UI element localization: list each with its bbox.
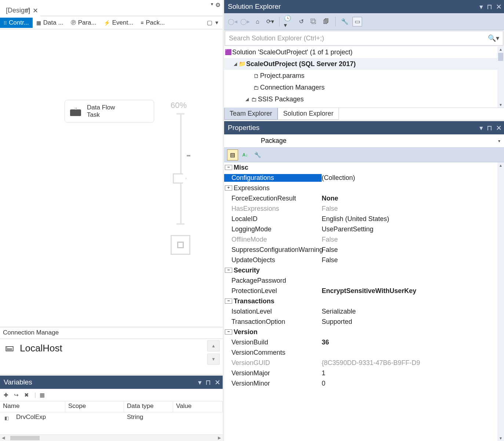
solution-explorer-title: Solution Explorer ▾ ⊓ ✕: [224, 0, 504, 13]
subtab-event-handlers[interactable]: ⚡Event...: [100, 18, 137, 28]
add-variable-button[interactable]: ✚: [4, 392, 10, 398]
show-all-button[interactable]: 🗐: [321, 17, 331, 26]
conn-scroll-down[interactable]: ▼: [207, 354, 220, 365]
grid-options-button[interactable]: ▦: [40, 392, 46, 398]
properties-object-selector[interactable]: Package ▾: [224, 134, 504, 148]
data-flow-task[interactable]: → Data FlowTask: [65, 100, 154, 123]
prop-row-versionminor[interactable]: VersionMinor0: [224, 378, 504, 388]
cat-version[interactable]: −Version: [224, 327, 504, 337]
wrench-icon[interactable]: 🔧: [252, 149, 263, 160]
tree-solution[interactable]: 🟪Solution 'ScaleOutProject' (1 of 1 proj…: [224, 46, 504, 58]
prop-row-offlinemode[interactable]: OfflineModeFalse: [224, 234, 504, 245]
prop-row-versioncomments[interactable]: VersionComments: [224, 347, 504, 358]
tab-overflow-icon[interactable]: ▾: [211, 1, 213, 8]
properties-title: Properties ▾ ⊓ ✕: [224, 121, 504, 134]
col-scope[interactable]: Scope: [65, 401, 124, 412]
sync-button[interactable]: ⟳▾: [265, 17, 275, 26]
forward-button[interactable]: ◯▸: [240, 17, 250, 26]
prop-row-updateobjects[interactable]: UpdateObjectsFalse: [224, 255, 504, 265]
gear-icon[interactable]: ⚙: [215, 1, 220, 8]
cat-misc[interactable]: −Misc: [224, 162, 504, 173]
prop-row-versionguid[interactable]: VersionGUID{8C3590DD-9331-47B6-B9FF-D9: [224, 358, 504, 368]
panel-menu-icon[interactable]: ▾: [198, 378, 202, 387]
fit-to-window-button[interactable]: [171, 235, 190, 255]
col-value[interactable]: Value: [173, 401, 223, 412]
home-button[interactable]: ⌂: [253, 17, 262, 26]
variable-row[interactable]: ◧ DrvColExp String: [0, 412, 223, 423]
prop-row-expressions[interactable]: +Expressions: [224, 183, 504, 193]
conn-scroll-up[interactable]: ▲: [207, 340, 220, 351]
design-tab[interactable]: [Design] ⊓ ✕: [0, 5, 40, 16]
prop-row-configurations[interactable]: Configurations(Collection): [224, 173, 504, 183]
alphabetical-button[interactable]: A↓: [240, 149, 251, 160]
zoom-label: 60%: [171, 101, 187, 110]
refresh-button[interactable]: ↺: [296, 17, 306, 26]
col-type[interactable]: Data type: [124, 401, 173, 412]
subtab-data-flow[interactable]: ▦Data ...: [33, 18, 67, 28]
cat-transactions[interactable]: −Transactions: [224, 296, 504, 306]
zoom-thumb[interactable]: [173, 173, 187, 184]
subtab-parameters[interactable]: ⓟPara...: [67, 18, 100, 28]
prop-row-forceexecutionresult[interactable]: ForceExecutionResultNone: [224, 193, 504, 203]
project-icon: 📁: [238, 61, 246, 67]
panel-menu-icon[interactable]: ▾: [479, 124, 483, 132]
prop-row-transactionoption[interactable]: TransactionOptionSupported: [224, 317, 504, 327]
pin-icon[interactable]: ⊓: [487, 3, 492, 11]
connection-managers-panel: Connection Manage 🖴 LocalHost ▲ ▼: [0, 326, 223, 374]
chevron-down-icon[interactable]: ▾: [215, 19, 218, 26]
prop-row-hasexpressions[interactable]: HasExpressionsFalse: [224, 203, 504, 214]
tab-solution-explorer[interactable]: Solution Explorer: [278, 108, 339, 120]
back-button[interactable]: ◯◂: [228, 17, 237, 26]
prop-row-packagepassword[interactable]: PackagePassword: [224, 275, 504, 286]
preview-button[interactable]: ▭: [353, 17, 362, 26]
tab-team-explorer[interactable]: Team Explorer: [224, 108, 278, 120]
prop-row-suppressconfigwarn[interactable]: SuppressConfigurationWarningFalse: [224, 245, 504, 255]
subtab-package-explorer[interactable]: ≡Pack...: [137, 18, 168, 28]
pin-icon[interactable]: ⊓: [25, 7, 30, 15]
se-scrollbar[interactable]: ▲▼: [497, 46, 504, 108]
pin-icon[interactable]: ⊓: [205, 378, 211, 387]
properties-button[interactable]: 🔧: [340, 17, 350, 26]
prop-row-protectionlevel[interactable]: ProtectionLevelEncryptSensitiveWithUserK…: [224, 286, 504, 296]
subtab-control-flow[interactable]: ⁝⁝Contr...: [0, 18, 33, 28]
variables-hscroll[interactable]: ◀ ▶: [0, 434, 223, 441]
close-icon[interactable]: ✕: [215, 378, 220, 387]
search-icon[interactable]: 🔍▾: [488, 34, 499, 42]
delete-variable-button[interactable]: ✖: [24, 392, 31, 398]
tree-ssis-packages[interactable]: ◢🗀SSIS Packages: [224, 93, 504, 105]
panel-menu-icon[interactable]: ▾: [479, 3, 483, 11]
zoom-slider[interactable]: [180, 114, 182, 223]
expand-icon[interactable]: ◢: [244, 97, 250, 102]
move-variable-button[interactable]: ↪: [14, 392, 21, 398]
prop-row-loggingmode[interactable]: LoggingModeUseParentSetting: [224, 224, 504, 234]
chevron-down-icon[interactable]: ▾: [498, 138, 500, 144]
expand-icon[interactable]: ◢: [232, 61, 238, 66]
properties-scrollbar[interactable]: ▲▼: [497, 162, 504, 441]
tree-project[interactable]: ◢📁ScaleOutProject (SQL Server 2017): [224, 58, 504, 70]
properties-toolbar: ▤ A↓ 🔧: [224, 148, 504, 162]
prop-row-isolationlevel[interactable]: IsolationLevelSerializable: [224, 306, 504, 317]
se-search-input[interactable]: Search Solution Explorer (Ctrl+;) 🔍▾: [225, 31, 503, 46]
se-tab-strip: Team Explorer Solution Explorer: [224, 108, 504, 121]
box-icon[interactable]: ▢: [207, 19, 212, 26]
connection-item[interactable]: LocalHost: [20, 343, 62, 354]
col-name[interactable]: Name: [0, 401, 65, 412]
categorized-button[interactable]: ▤: [227, 149, 238, 160]
close-icon[interactable]: ✕: [33, 7, 38, 15]
collapse-button[interactable]: ⿻: [309, 17, 318, 26]
pin-icon[interactable]: ⊓: [487, 124, 492, 132]
close-icon[interactable]: ✕: [496, 124, 502, 132]
cat-security[interactable]: −Security: [224, 265, 504, 275]
tree-conn-managers[interactable]: 🗀Connection Managers: [224, 82, 504, 93]
prop-row-versionbuild[interactable]: VersionBuild36: [224, 337, 504, 347]
design-tab-bar: [Design] ⊓ ✕ ▾ ⚙: [0, 0, 223, 16]
design-canvas[interactable]: → Data FlowTask 60%: [0, 29, 223, 326]
prop-row-versionmajor[interactable]: VersionMajor1: [224, 368, 504, 378]
scroll-left-icon[interactable]: ◀: [0, 435, 7, 440]
scroll-thumb[interactable]: [10, 436, 40, 440]
tree-params[interactable]: 🗋Project.params: [224, 70, 504, 82]
scroll-right-icon[interactable]: ▶: [216, 435, 223, 440]
close-icon[interactable]: ✕: [496, 3, 502, 11]
history-button[interactable]: 🕓▾: [284, 17, 293, 26]
prop-row-localeid[interactable]: LocaleIDEnglish (United States): [224, 214, 504, 224]
